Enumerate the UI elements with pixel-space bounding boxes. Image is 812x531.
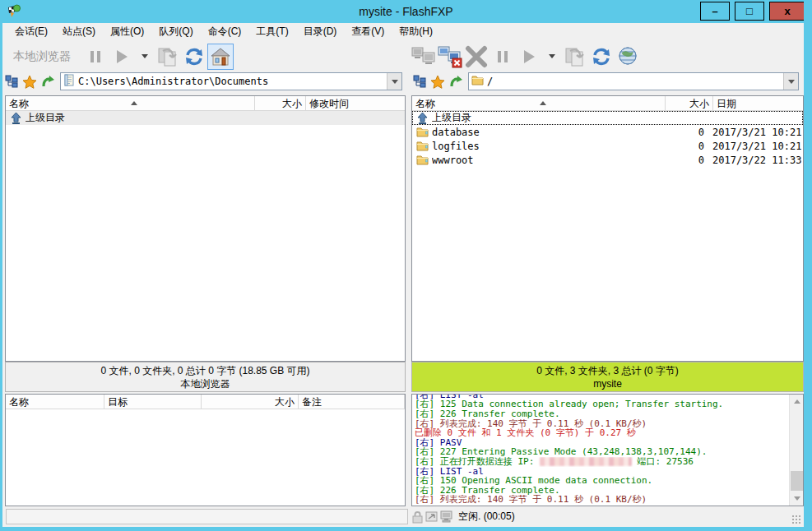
local-path-value[interactable]: C:\Users\Administrator\Documents (78, 76, 387, 87)
remote-rows: 上级目录database02017/3/21 10:21logfiles0201… (412, 111, 803, 167)
menu-item-help[interactable]: 帮助(H) (392, 23, 440, 40)
lock-icon (411, 510, 424, 524)
log-line: [右] LIST -al (415, 467, 786, 477)
toolbar-row: 本地浏览器 (2, 40, 804, 72)
local-browser-label: 本地浏览器 (13, 49, 71, 64)
parent-directory-row[interactable]: 上级目录 (6, 111, 405, 125)
dropdown-icon[interactable] (542, 44, 562, 70)
cell-fsize: 0 (665, 155, 712, 166)
remote-list-header: 名称 大小 日期 (412, 96, 803, 111)
queue-column-target[interactable]: 目标 (104, 395, 202, 409)
statusbar-left-panel (6, 509, 408, 524)
title-bar[interactable]: mysite - FlashFXP – □ x (0, 0, 812, 23)
remote-file-list: 名称 大小 日期 上级目录database02017/3/21 10:21log… (411, 95, 804, 362)
local-status-line2: 本地浏览器 (181, 377, 230, 390)
remote-status-panel: 0 文件, 3 文件夹, 3 总计 (0 字节) mysite (411, 362, 804, 392)
cell-fname: database (432, 127, 665, 138)
remote-status-line1: 0 文件, 3 文件夹, 3 总计 (0 字节) (536, 364, 679, 377)
pause-icon[interactable] (490, 44, 516, 70)
cell-fname: wwwroot (432, 155, 665, 166)
remote-path-value[interactable]: / (487, 76, 783, 87)
scroll-up-icon[interactable] (790, 395, 804, 409)
connect-icon[interactable] (411, 44, 437, 70)
censored-ip-block (540, 457, 632, 466)
favorites-star-icon[interactable] (429, 72, 447, 90)
combo-dropdown-icon[interactable] (387, 73, 401, 90)
remote-toolbar (411, 40, 804, 72)
menu-item-tools[interactable]: 工具(T) (248, 23, 295, 40)
computer-icon (440, 510, 455, 524)
local-pathbar: C:\Users\Administrator\Documents (2, 72, 407, 90)
pause-icon[interactable] (82, 44, 109, 70)
session-log-panel: [右] LIST -al[右] 125 Data connection alre… (411, 394, 804, 506)
scrollbar-thumb[interactable] (791, 471, 803, 491)
log-line: [右] PASV (415, 438, 786, 448)
maximize-button[interactable]: □ (735, 2, 764, 21)
document-icon (63, 74, 75, 90)
queue-column-note[interactable]: 备注 (299, 395, 405, 409)
transfer-queue-icon[interactable] (562, 44, 588, 70)
dropdown-icon[interactable] (135, 44, 155, 70)
cell-fname: logfiles (432, 141, 665, 152)
pathbar-row: C:\Users\Administrator\Documents / (2, 72, 804, 95)
column-header-name[interactable]: 名称 (412, 96, 666, 110)
disconnect-icon[interactable] (437, 44, 463, 70)
file-row-wwwroot[interactable]: wwwroot02017/3/22 11:33 (412, 153, 803, 167)
go-up-icon[interactable] (447, 72, 465, 90)
refresh-icon[interactable] (588, 44, 615, 70)
play-icon[interactable] (516, 44, 542, 70)
globe-icon[interactable] (615, 44, 641, 70)
parent-directory-row[interactable]: 上级目录 (412, 111, 803, 125)
file-row-logfiles[interactable]: logfiles02017/3/21 10:21 (412, 139, 803, 153)
local-path-combobox[interactable]: C:\Users\Administrator\Documents (60, 72, 402, 90)
folder-icon (415, 141, 429, 152)
statusbar-right-panel: 空闲. (00:05) (411, 507, 515, 526)
column-header-date[interactable]: 日期 (713, 96, 803, 110)
log-lines: [右] LIST -al[右] 125 Data connection alre… (415, 394, 786, 505)
column-header-modified[interactable]: 修改时间 (306, 96, 405, 110)
site-tree-icon[interactable] (2, 72, 21, 90)
site-tree-icon[interactable] (411, 72, 429, 90)
up-directory-icon (415, 113, 429, 124)
cell-fdate: 2017/3/22 11:33 (712, 155, 803, 166)
menu-item-directory[interactable]: 目录(D) (296, 23, 345, 40)
log-line: [右] 正在打开数据连接 IP: 端口: 27536 (415, 457, 786, 467)
resize-grip-icon[interactable] (791, 515, 802, 525)
queue-header: 名称 目标 大小 备注 (6, 395, 405, 409)
log-scrollbar[interactable] (789, 395, 803, 506)
file-row-database[interactable]: database02017/3/21 10:21 (412, 125, 803, 139)
remote-pathbar: / (411, 72, 804, 90)
transfer-queue-icon[interactable] (155, 44, 181, 70)
cell-fsize: 0 (665, 127, 712, 138)
menu-item-session[interactable]: 会话(E) (7, 23, 55, 40)
abort-icon[interactable] (463, 44, 490, 70)
cell-fdate: 2017/3/21 10:21 (712, 127, 803, 138)
combo-dropdown-icon[interactable] (783, 73, 798, 90)
menu-item-queue[interactable]: 队列(Q) (151, 23, 200, 40)
queue-column-size[interactable]: 大小 (202, 395, 299, 409)
scroll-down-icon[interactable] (790, 492, 804, 506)
menu-item-commands[interactable]: 命令(C) (201, 23, 249, 40)
remote-path-combobox[interactable]: / (468, 72, 799, 90)
play-icon[interactable] (109, 44, 135, 70)
go-up-icon[interactable] (39, 72, 57, 90)
log-line: [右] 列表完成: 140 字节 于 0.11 秒 (0.1 KB/秒) (415, 495, 786, 505)
close-button[interactable]: x (769, 2, 805, 21)
menu-item-options[interactable]: 属性(O) (103, 23, 151, 40)
flashfxp-window: mysite - FlashFXP – □ x 会话(E)站点(S)属性(O)队… (0, 0, 812, 531)
menu-item-view[interactable]: 查看(V) (344, 23, 392, 40)
refresh-icon[interactable] (181, 44, 207, 70)
menu-item-site[interactable]: 站点(S) (55, 23, 103, 40)
folder-icon (471, 74, 484, 89)
column-header-size[interactable]: 大小 (666, 96, 713, 110)
cell-fname: 上级目录 (26, 111, 257, 125)
home-icon[interactable] (207, 44, 234, 70)
minimize-button[interactable]: – (700, 2, 730, 21)
local-file-list: 名称 大小 修改时间 上级目录 (5, 95, 406, 362)
queue-column-name[interactable]: 名称 (6, 395, 104, 409)
window-transfer-icon (425, 511, 438, 523)
column-header-size[interactable]: 大小 (255, 96, 306, 110)
favorites-star-icon[interactable] (21, 72, 39, 90)
local-toolbar: 本地浏览器 (2, 40, 407, 72)
log-line: [右] 150 Opening ASCII mode data connecti… (415, 476, 786, 486)
